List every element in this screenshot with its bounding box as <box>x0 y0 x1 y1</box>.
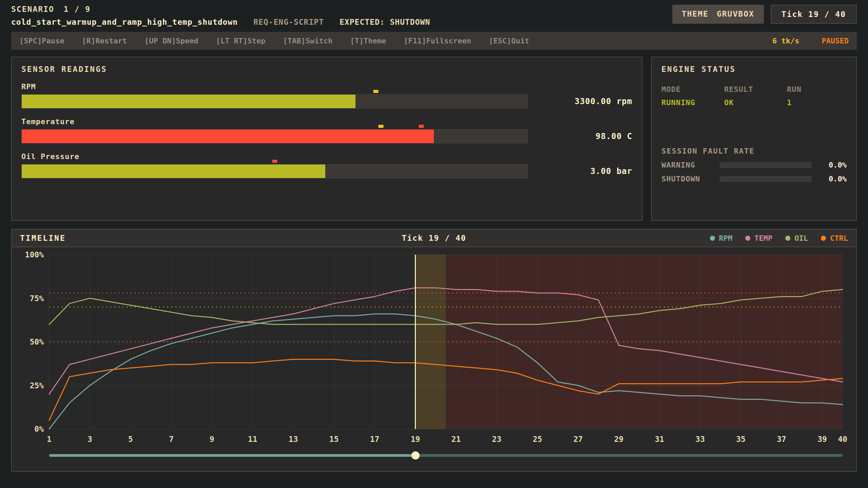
svg-text:19: 19 <box>411 435 420 444</box>
scrubber-fill <box>49 454 416 457</box>
sensor-bar-track <box>21 129 528 143</box>
legend-dot-oil <box>785 236 790 241</box>
engine-sim-app: SCENARIO 1 / 9 cold_start_warmup_and_ram… <box>0 0 868 488</box>
hint-restart: [R]Restart <box>82 37 127 45</box>
legend-dot-temp <box>745 236 750 241</box>
svg-text:25%: 25% <box>30 381 44 390</box>
svg-text:40: 40 <box>838 435 847 444</box>
fault-bar-track <box>720 176 811 182</box>
scenario-label: SCENARIO <box>11 5 54 14</box>
theme-button-value: GRUVBOX <box>717 9 754 19</box>
timeline-body: 0%25%50%75%100%1357911131517192123252729… <box>12 247 856 462</box>
sensor-readings-panel: SENSOR READINGS RPM 3300.00 rpm Temperat… <box>11 57 642 221</box>
sensor-bar-fill <box>22 130 434 143</box>
status-mode-value: RUNNING <box>661 98 724 107</box>
hint-speed: [UP DN]Speed <box>144 37 198 45</box>
legend-item-ctrl: CTRL <box>821 234 848 242</box>
legend-label: RPM <box>719 234 733 242</box>
timeline-header: TIMELINE Tick 19 / 40 RPM TEMP OIL CTRL <box>12 230 856 247</box>
main-row: SENSOR READINGS RPM 3300.00 rpm Temperat… <box>11 57 857 221</box>
fault-label: SHUTDOWN <box>661 175 720 183</box>
legend-label: TEMP <box>754 234 772 242</box>
sensor-row-rpm: RPM 3300.00 rpm <box>21 82 632 109</box>
theme-button-label: THEME <box>682 9 709 19</box>
scenario-info: SCENARIO 1 / 9 cold_start_warmup_and_ram… <box>11 5 430 26</box>
svg-text:23: 23 <box>492 435 502 444</box>
svg-text:31: 31 <box>655 435 664 444</box>
paused-indicator: PAUSED <box>822 37 849 45</box>
svg-text:27: 27 <box>573 435 583 444</box>
expected-result: EXPECTED: SHUTDOWN <box>340 18 430 26</box>
timeline-tick-display: Tick 19 / 40 <box>402 234 466 242</box>
legend-dot-ctrl <box>821 236 826 241</box>
topbar: SCENARIO 1 / 9 cold_start_warmup_and_ram… <box>11 5 857 26</box>
svg-text:33: 33 <box>695 435 705 444</box>
fault-value: 0.0% <box>818 175 847 183</box>
engine-status-grid: MODE RESULT RUN RUNNING OK 1 <box>661 85 847 107</box>
status-result-value: OK <box>724 98 787 107</box>
legend-item-oil: OIL <box>785 234 808 242</box>
engine-status-panel: ENGINE STATUS MODE RESULT RUN RUNNING OK… <box>651 57 857 221</box>
svg-text:1: 1 <box>47 435 52 444</box>
legend-item-temp: TEMP <box>745 234 772 242</box>
sensor-label: Oil Pressure <box>21 152 537 161</box>
hint-theme: [T]Theme <box>350 37 386 45</box>
sensor-bar <box>21 129 528 143</box>
fault-row-warning: WARNING 0.0% <box>661 161 847 169</box>
svg-text:37: 37 <box>777 435 786 444</box>
sensor-readings-title: SENSOR READINGS <box>21 65 632 74</box>
sensor-label: RPM <box>21 82 537 91</box>
legend-item-rpm: RPM <box>710 234 733 242</box>
sensor-bar <box>21 94 528 109</box>
theme-button[interactable]: THEME GRUVBOX <box>672 5 764 24</box>
sim-state: 6 tk/s PAUSED <box>772 37 849 45</box>
svg-text:11: 11 <box>248 435 257 444</box>
fault-rate-title: SESSION FAULT RATE <box>661 147 847 155</box>
threshold-marker <box>272 160 277 163</box>
svg-text:39: 39 <box>817 435 827 444</box>
svg-text:75%: 75% <box>30 294 44 303</box>
timeline-chart: 0%25%50%75%100%1357911131517192123252729… <box>20 251 848 447</box>
fault-bar-track <box>720 162 811 168</box>
legend-label: OIL <box>794 234 808 242</box>
svg-text:3: 3 <box>88 435 92 444</box>
timeline-title: TIMELINE <box>20 234 66 242</box>
fault-value: 0.0% <box>818 161 847 169</box>
hint-pause: [SPC]Pause <box>19 37 64 45</box>
script-tag: REQ-ENG-SCRIPT <box>253 18 324 26</box>
topbar-controls: THEME GRUVBOX Tick 19 / 40 <box>672 5 857 24</box>
tick-rate: 6 tk/s <box>772 37 799 45</box>
svg-text:50%: 50% <box>30 337 44 346</box>
svg-text:0%: 0% <box>34 425 44 433</box>
scenario-name: cold_start_warmup_and_ramp_high_temp_shu… <box>11 18 238 26</box>
svg-text:35: 35 <box>736 435 746 444</box>
hint-step: [LT RT]Step <box>216 37 266 45</box>
hint-switch: [TAB]Switch <box>283 37 333 45</box>
threshold-marker <box>373 90 379 93</box>
svg-text:15: 15 <box>329 435 339 444</box>
scenario-count: 1 / 9 <box>64 5 91 14</box>
sensor-row-temperature: Temperature 98.00 C <box>21 117 632 143</box>
svg-text:7: 7 <box>169 435 174 444</box>
svg-text:29: 29 <box>614 435 623 444</box>
sensor-bar <box>21 164 528 178</box>
sensor-row-oil-pressure: Oil Pressure 3.00 bar <box>21 152 632 178</box>
timeline-scrubber[interactable] <box>49 449 843 462</box>
legend-dot-rpm <box>710 236 715 241</box>
tick-counter: Tick 19 / 40 <box>771 5 857 24</box>
threshold-marker <box>419 125 424 128</box>
sensor-label: Temperature <box>21 117 537 126</box>
sensor-value: 3300.00 rpm <box>537 94 632 109</box>
sensor-value: 3.00 bar <box>537 164 632 178</box>
sensor-bar-track <box>21 94 528 109</box>
svg-text:25: 25 <box>533 435 542 444</box>
svg-text:9: 9 <box>210 435 214 444</box>
threshold-marker <box>379 125 384 128</box>
svg-text:21: 21 <box>451 435 461 444</box>
status-run-value: 1 <box>787 98 847 107</box>
svg-text:5: 5 <box>128 435 133 444</box>
fault-label: WARNING <box>661 161 720 169</box>
scrubber-handle[interactable] <box>411 451 420 460</box>
legend-label: CTRL <box>830 234 848 242</box>
svg-text:17: 17 <box>370 435 380 444</box>
